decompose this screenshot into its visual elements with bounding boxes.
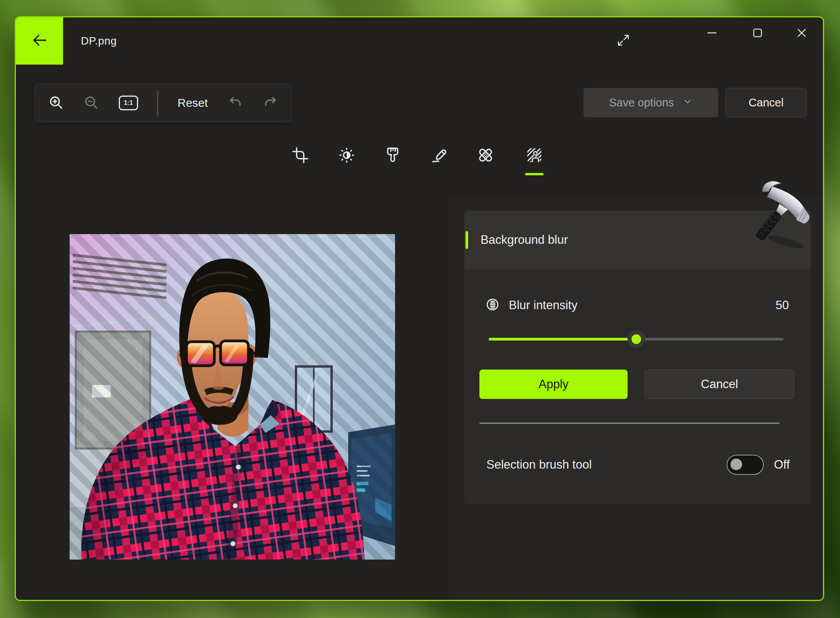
one-to-one-icon: 1:1 xyxy=(119,96,138,110)
panel-divider xyxy=(479,423,780,424)
paintbrush-icon xyxy=(383,146,402,166)
selected-tab-indicator xyxy=(525,173,544,175)
slider-thumb[interactable] xyxy=(628,330,645,348)
selection-brush-row: Selection brush tool Off xyxy=(486,450,790,479)
undo-icon xyxy=(227,94,243,112)
undo-button[interactable] xyxy=(227,94,243,112)
crop-icon xyxy=(291,146,310,166)
redo-button[interactable] xyxy=(262,94,279,112)
blur-intensity-slider[interactable] xyxy=(489,330,784,348)
zoom-out-icon xyxy=(83,94,99,112)
panel-title: Background blur xyxy=(481,211,568,269)
zoom-in-button[interactable] xyxy=(48,94,64,112)
apply-button[interactable]: Apply xyxy=(479,370,628,399)
toggle-knob xyxy=(731,459,742,470)
maximize-button[interactable] xyxy=(745,22,770,45)
photo-canvas[interactable] xyxy=(70,234,395,560)
blur-intensity-label: Blur intensity xyxy=(509,298,577,312)
minimize-icon xyxy=(705,26,719,41)
selection-brush-toggle[interactable] xyxy=(727,455,764,475)
tab-adjustment[interactable] xyxy=(333,142,361,170)
slider-fill xyxy=(489,338,636,341)
chevron-down-icon xyxy=(683,96,693,109)
save-options-button[interactable]: Save options xyxy=(583,88,718,117)
photos-editor-window: DP.png 1:1 xyxy=(15,16,824,601)
blur-intensity-row: Blur intensity 50 xyxy=(485,291,789,320)
tab-retouch[interactable] xyxy=(472,142,500,170)
canvas-toolbar: 1:1 Reset xyxy=(34,84,292,122)
toolbar-divider xyxy=(157,90,158,116)
arrow-left-icon xyxy=(31,31,48,51)
brightness-icon xyxy=(337,146,356,166)
tab-background[interactable] xyxy=(520,142,548,170)
background-blur-card: Background blur Blur intensity 50 Apply … xyxy=(464,211,811,504)
photo-illustration xyxy=(70,234,395,560)
maximize-icon xyxy=(751,26,764,41)
redo-icon xyxy=(262,94,279,112)
editor-cancel-button[interactable]: Cancel xyxy=(725,88,807,117)
blur-cancel-button[interactable]: Cancel xyxy=(645,370,794,399)
back-button[interactable] xyxy=(16,17,63,65)
selection-brush-label: Selection brush tool xyxy=(486,458,592,472)
bandage-icon xyxy=(476,146,495,166)
blur-intensity-value: 50 xyxy=(776,298,789,312)
zoom-out-button[interactable] xyxy=(83,94,99,112)
pen-icon xyxy=(430,146,449,166)
card-header: Background blur xyxy=(464,211,811,269)
fullscreen-button[interactable] xyxy=(609,27,637,55)
background-person-icon xyxy=(525,146,544,166)
tab-crop[interactable] xyxy=(286,142,314,170)
close-button[interactable] xyxy=(789,22,814,45)
window-title: DP.png xyxy=(81,17,117,65)
minimize-button[interactable] xyxy=(699,22,725,45)
selection-brush-state: Off xyxy=(774,458,790,472)
tab-markup[interactable] xyxy=(426,142,453,170)
expand-diagonal-icon xyxy=(616,33,631,49)
background-settings-panel: Background blur Blur intensity 50 Apply … xyxy=(449,195,824,601)
close-icon xyxy=(795,26,808,41)
blur-intensity-icon xyxy=(485,297,500,314)
zoom-in-icon xyxy=(48,94,64,112)
tab-filter[interactable] xyxy=(379,142,407,170)
accent-bar xyxy=(465,231,468,249)
reset-button[interactable]: Reset xyxy=(178,96,208,110)
actual-size-button[interactable]: 1:1 xyxy=(119,96,138,110)
